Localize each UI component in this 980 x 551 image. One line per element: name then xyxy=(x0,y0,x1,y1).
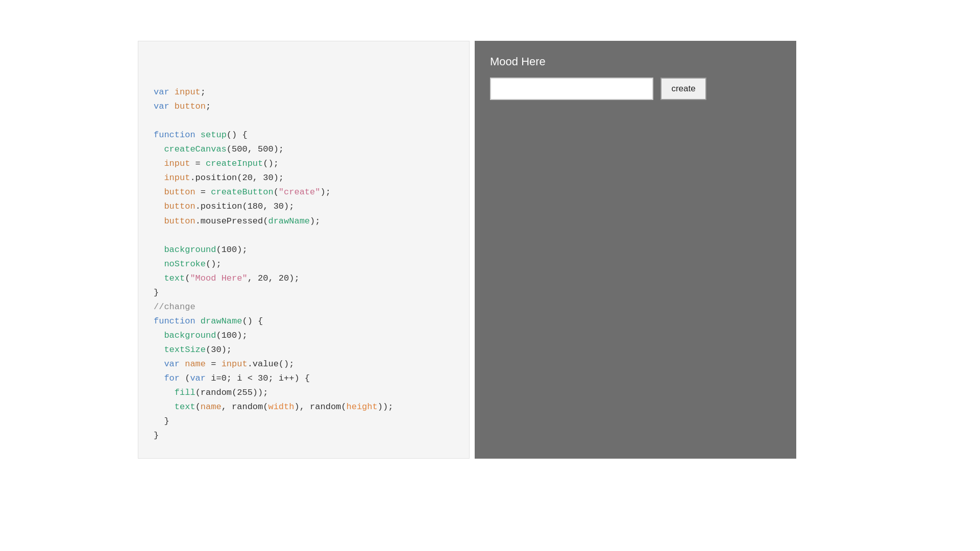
code-line: function drawName() { xyxy=(154,314,454,329)
code-line: background(100); xyxy=(154,243,454,257)
code-line: createCanvas(500, 500); xyxy=(154,142,454,157)
code-line: input = createInput(); xyxy=(154,157,454,171)
code-line: button.mousePressed(drawName); xyxy=(154,214,454,229)
preview-title: Mood Here xyxy=(475,41,796,78)
code-panel: var input;var button; function setup() {… xyxy=(138,41,470,459)
code-line: //change xyxy=(154,300,454,314)
code-line: } xyxy=(154,429,454,443)
code-line: var button; xyxy=(154,99,454,114)
main-container: var input;var button; function setup() {… xyxy=(138,41,842,459)
code-line: text(name, random(width), random(height)… xyxy=(154,400,454,414)
code-line: background(100); xyxy=(154,329,454,343)
code-line: var name = input.value(); xyxy=(154,357,454,371)
code-line: } xyxy=(154,286,454,300)
preview-controls: create xyxy=(475,78,796,100)
code-line xyxy=(154,114,454,128)
code-line: function setup() { xyxy=(154,128,454,142)
code-line: input.position(20, 30); xyxy=(154,171,454,185)
code-line: } xyxy=(154,414,454,429)
code-line: button = createButton("create"); xyxy=(154,185,454,199)
code-line: fill(random(255)); xyxy=(154,386,454,400)
create-button[interactable]: create xyxy=(660,78,706,100)
code-line: var input; xyxy=(154,85,454,99)
mood-input[interactable] xyxy=(490,78,653,100)
preview-panel: Mood Here create xyxy=(475,41,796,459)
code-line: text("Mood Here", 20, 20); xyxy=(154,271,454,286)
code-line: noStroke(); xyxy=(154,257,454,271)
code-line: textSize(30); xyxy=(154,343,454,357)
code-line: button.position(180, 30); xyxy=(154,199,454,214)
code-line: for (var i=0; i < 30; i++) { xyxy=(154,371,454,386)
code-line xyxy=(154,229,454,243)
